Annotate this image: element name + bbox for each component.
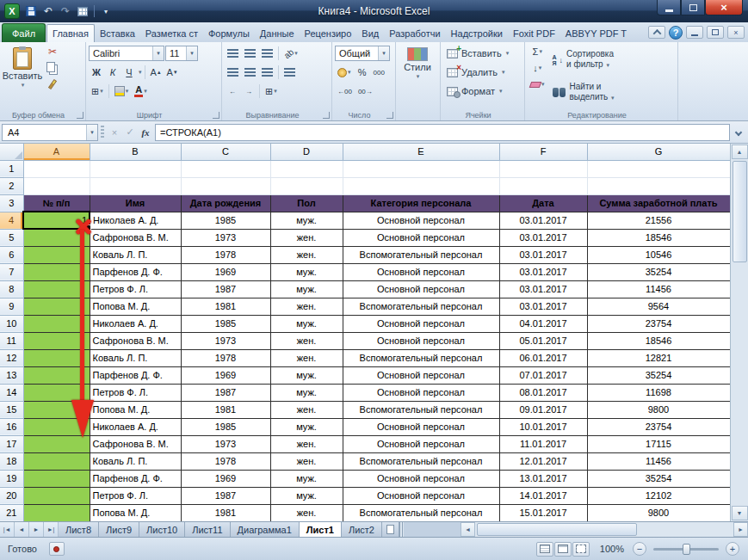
cell-B19[interactable]: Парфенов Д. Ф. xyxy=(90,470,181,487)
row-header-18[interactable]: 18 xyxy=(0,452,23,470)
cell-B6[interactable]: Коваль Л. П. xyxy=(90,246,181,263)
cell-C17[interactable]: 1973 xyxy=(181,435,270,452)
number-format-select[interactable]: Общий ▾ xyxy=(335,46,390,61)
tab-split-handle[interactable] xyxy=(399,522,404,537)
cell-C12[interactable]: 1978 xyxy=(181,349,270,366)
row-header-7[interactable]: 7 xyxy=(0,263,23,280)
align-right-button[interactable] xyxy=(259,65,275,80)
orientation-button[interactable]: ab▾ xyxy=(281,46,300,61)
row-header-21[interactable]: 21 xyxy=(0,504,23,521)
cell-F21[interactable]: 15.01.2017 xyxy=(499,504,587,521)
view-page-break-button[interactable] xyxy=(572,542,590,557)
cell-G14[interactable]: 11698 xyxy=(587,384,730,401)
tab-review[interactable]: Рецензиро xyxy=(300,25,357,42)
row-header-15[interactable]: 15 xyxy=(0,401,23,418)
cell-C14[interactable]: 1987 xyxy=(181,384,270,401)
tab-view[interactable]: Вид xyxy=(356,25,384,42)
cell-G12[interactable]: 12821 xyxy=(587,349,730,366)
column-header-B[interactable]: B xyxy=(90,144,181,160)
cell-C20[interactable]: 1987 xyxy=(181,487,270,504)
row-header-10[interactable]: 10 xyxy=(0,315,23,332)
styles-button[interactable]: Стили ▾ xyxy=(399,44,436,108)
cell-D18[interactable]: жен. xyxy=(270,452,343,470)
row-header-5[interactable]: 5 xyxy=(0,229,23,246)
insert-function-button[interactable]: fx xyxy=(138,125,153,140)
sheet-tab-1[interactable]: Лист9 xyxy=(99,522,139,537)
cell-G16[interactable]: 23754 xyxy=(587,418,730,435)
cell-G19[interactable]: 35254 xyxy=(587,470,730,487)
format-painter-button[interactable] xyxy=(44,77,61,92)
clipboard-dialog-launcher[interactable] xyxy=(77,112,83,119)
cell-G1[interactable] xyxy=(587,160,730,177)
undo-button[interactable]: ↶ xyxy=(40,3,57,19)
cell-F14[interactable]: 08.01.2017 xyxy=(499,384,587,401)
cell-G21[interactable]: 9800 xyxy=(587,504,730,521)
quick-access-table-button[interactable] xyxy=(74,3,91,19)
scroll-left-button[interactable]: ◄ xyxy=(461,522,475,537)
column-header-E[interactable]: E xyxy=(343,144,499,160)
cell-E17[interactable]: Основной персонал xyxy=(343,435,499,452)
sheet-tab-2[interactable]: Лист10 xyxy=(139,522,185,537)
sheet-tab-5[interactable]: Лист1 xyxy=(300,522,342,537)
tab-home[interactable]: Главная xyxy=(46,24,95,42)
underline-button[interactable]: Ч xyxy=(121,65,137,80)
clear-button[interactable]: ▾ xyxy=(528,77,547,92)
formula-input[interactable]: =СТРОКА(A1) xyxy=(155,124,730,141)
fill-color-button[interactable]: ▾ xyxy=(112,83,132,99)
minimize-window-button[interactable] xyxy=(657,0,681,15)
cell-F15[interactable]: 09.01.2017 xyxy=(499,401,587,418)
cell-C5[interactable]: 1973 xyxy=(181,229,270,246)
name-box-dropdown[interactable]: ▾ xyxy=(86,125,97,140)
cell-C16[interactable]: 1985 xyxy=(181,418,270,435)
cell-B1[interactable] xyxy=(90,160,181,177)
cell-G8[interactable]: 11456 xyxy=(587,280,730,298)
sheet-tab-0[interactable]: Лист8 xyxy=(59,522,99,537)
cell-D4[interactable]: муж. xyxy=(270,212,343,229)
cell-E7[interactable]: Основной персонал xyxy=(343,263,499,280)
align-top-button[interactable] xyxy=(225,46,241,61)
comma-style-button[interactable]: 000 xyxy=(371,65,387,80)
cell-A7[interactable] xyxy=(23,263,90,280)
cell-C1[interactable] xyxy=(181,160,270,177)
cell-F8[interactable]: 03.01.2017 xyxy=(499,280,587,298)
cell-A1[interactable] xyxy=(23,160,90,177)
cell-B7[interactable]: Парфенов Д. Ф. xyxy=(90,263,181,280)
cell-D17[interactable]: жен. xyxy=(270,435,343,452)
cell-A10[interactable] xyxy=(23,315,90,332)
cell-C2[interactable] xyxy=(181,177,270,194)
cell-G5[interactable]: 18546 xyxy=(587,229,730,246)
cell-B13[interactable]: Парфенов Д. Ф. xyxy=(90,366,181,384)
maximize-window-button[interactable] xyxy=(681,0,705,15)
help-button[interactable]: ? xyxy=(669,26,683,40)
font-name-select[interactable]: Calibri ▾ xyxy=(89,46,164,61)
font-color-button[interactable]: А▾ xyxy=(132,83,149,99)
cell-G13[interactable]: 35254 xyxy=(587,366,730,384)
cell-D8[interactable]: муж. xyxy=(270,280,343,298)
cell-F16[interactable]: 10.01.2017 xyxy=(499,418,587,435)
name-box[interactable]: A4 ▾ xyxy=(2,124,98,141)
enter-button[interactable]: ✓ xyxy=(122,125,138,140)
cell-B15[interactable]: Попова М. Д. xyxy=(90,401,181,418)
cell-E19[interactable]: Основной персонал xyxy=(343,470,499,487)
cell-C8[interactable]: 1987 xyxy=(181,280,270,298)
row-header-6[interactable]: 6 xyxy=(0,246,23,263)
cell-E8[interactable]: Основной персонал xyxy=(343,280,499,298)
cell-E13[interactable]: Основной персонал xyxy=(343,366,499,384)
cell-G17[interactable]: 17115 xyxy=(587,435,730,452)
cancel-button[interactable]: × xyxy=(107,125,122,140)
bold-button[interactable]: Ж xyxy=(89,65,104,80)
cell-D16[interactable]: муж. xyxy=(270,418,343,435)
row-header-20[interactable]: 20 xyxy=(0,487,23,504)
row-header-11[interactable]: 11 xyxy=(0,332,23,349)
cell-C10[interactable]: 1985 xyxy=(181,315,270,332)
cell-A11[interactable] xyxy=(23,332,90,349)
cell-F13[interactable]: 07.01.2017 xyxy=(499,366,587,384)
cell-F1[interactable] xyxy=(499,160,587,177)
align-bottom-button[interactable] xyxy=(259,46,275,61)
cell-E9[interactable]: Вспомогательный персонал xyxy=(343,298,499,315)
cell-B8[interactable]: Петров Ф. Л. xyxy=(90,280,181,298)
cell-G4[interactable]: 21556 xyxy=(587,212,730,229)
macro-record-button[interactable] xyxy=(49,542,65,556)
cell-A12[interactable] xyxy=(23,349,90,366)
cell-A17[interactable] xyxy=(23,435,90,452)
